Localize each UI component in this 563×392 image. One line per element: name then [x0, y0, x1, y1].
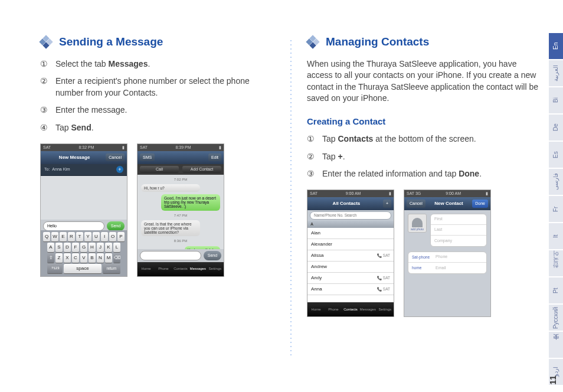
lang-tab-pt[interactable]: Pt — [549, 277, 563, 303]
clock-label: 8:32 PM — [79, 145, 94, 151]
add-recipient-icon[interactable]: + — [116, 166, 123, 173]
lang-tab-de[interactable]: De — [549, 115, 563, 141]
key[interactable]: P — [117, 232, 125, 241]
steps-list: ① Tap Contacts at the bottom of the scre… — [307, 133, 542, 180]
edit-button[interactable]: Edit — [208, 153, 221, 162]
tab-contacts[interactable]: Contacts — [172, 266, 189, 271]
send-button[interactable]: Send — [107, 221, 125, 231]
top-form-row: add photo First Last Company — [408, 214, 487, 247]
step-item: ③ Enter the message. — [40, 104, 275, 116]
key[interactable]: M — [105, 253, 112, 263]
last-name-field[interactable]: Last — [431, 225, 486, 236]
lang-tab-it[interactable]: It — [549, 223, 563, 249]
message-bubble-incoming: Great. Is that the one where you can use… — [141, 220, 200, 236]
key[interactable]: R — [68, 232, 75, 241]
nav-title: New Message — [59, 154, 90, 161]
nav-title: All Contacts — [333, 200, 361, 207]
key[interactable]: X — [64, 253, 71, 263]
key[interactable]: S — [55, 243, 63, 252]
screenshot-row: SAT 8:32 PM ▮ New Message Cancel To: Ann… — [40, 143, 275, 277]
nav-bar: All Contacts + — [307, 197, 394, 210]
shift-key[interactable]: ⇧ — [47, 253, 54, 263]
backspace-key[interactable]: ⌫ — [113, 253, 120, 263]
key[interactable]: U — [93, 232, 100, 241]
step-item: ① Select the tab Messages. — [40, 58, 275, 70]
company-field[interactable]: Company — [431, 236, 486, 246]
key[interactable]: W — [51, 232, 58, 241]
lang-tab-fa[interactable]: فارسی — [549, 169, 563, 195]
key[interactable]: J — [97, 243, 104, 252]
contact-row[interactable]: Andy📞 SAT — [307, 273, 394, 284]
form-body: add photo First Last Company Sat-phone P… — [404, 210, 490, 316]
contact-row[interactable]: Alan — [307, 228, 394, 239]
tab-phone[interactable]: Phone — [155, 266, 172, 271]
status-bar: SAT 9:00 AM ▮ — [307, 190, 394, 197]
key[interactable]: Q — [43, 232, 50, 241]
add-photo-button[interactable]: add photo — [408, 214, 427, 233]
tab-home[interactable]: Home — [138, 266, 155, 271]
contact-row[interactable]: Alexander — [307, 239, 394, 250]
key[interactable]: L — [113, 243, 120, 252]
lang-tab-ko[interactable]: 한국어 — [549, 250, 563, 276]
contact-row[interactable]: Andrew — [307, 262, 394, 273]
call-button[interactable]: Call — [140, 166, 179, 173]
silhouette-icon — [412, 218, 423, 227]
key[interactable]: K — [105, 243, 112, 252]
lang-tab-ru[interactable]: Русский — [549, 305, 563, 331]
first-name-field[interactable]: First — [431, 214, 486, 225]
done-button[interactable]: Done — [472, 200, 488, 208]
key[interactable]: V — [80, 253, 87, 263]
tab-settings[interactable]: Settings — [377, 307, 394, 312]
key[interactable]: B — [89, 253, 96, 263]
key[interactable]: F — [72, 243, 79, 252]
contact-row[interactable]: Anna📞 SAT — [307, 284, 394, 295]
phone-sms-thread: SAT 8:39 PM ▮ SMS Edit Call Add Contact … — [137, 143, 224, 277]
key[interactable]: H — [89, 243, 96, 252]
email-field[interactable]: home Email — [408, 263, 486, 273]
subsection-title: Creating a Contact — [307, 115, 542, 128]
key[interactable]: E — [60, 232, 67, 241]
key[interactable]: N — [97, 253, 104, 263]
lang-tab-fr[interactable]: Fr — [549, 196, 563, 222]
lang-tab-zh[interactable]: 中文 — [549, 332, 563, 358]
key[interactable]: Y — [84, 232, 91, 241]
add-contact-button[interactable]: Add Contact — [182, 166, 221, 173]
key[interactable]: O — [109, 232, 116, 241]
key[interactable]: A — [47, 243, 54, 252]
key[interactable]: D — [64, 243, 71, 252]
key[interactable]: T — [76, 232, 83, 241]
tab-home[interactable]: Home — [307, 307, 325, 312]
message-input[interactable] — [43, 221, 104, 231]
action-row: Call Add Contact — [138, 164, 224, 175]
contact-row[interactable]: Alissa📞 SAT — [307, 250, 394, 262]
lang-tab-bi[interactable]: Bi — [549, 87, 563, 113]
key[interactable]: C — [72, 253, 79, 263]
to-field[interactable]: To: Anna Kim + — [41, 164, 127, 176]
tab-contacts[interactable]: Contacts — [342, 307, 359, 312]
cancel-button[interactable]: Cancel — [106, 153, 125, 162]
tab-settings[interactable]: Settings — [207, 266, 224, 271]
back-button[interactable]: SMS — [140, 153, 155, 162]
clock-label: 9:00 AM — [446, 191, 461, 197]
tab-messages[interactable]: Messages — [359, 307, 377, 312]
key[interactable]: Z — [55, 253, 63, 263]
message-input[interactable] — [140, 251, 201, 260]
key[interactable]: G — [80, 243, 87, 252]
search-input[interactable] — [310, 211, 391, 220]
cancel-button[interactable]: Cancel — [407, 200, 425, 208]
lang-tab-es[interactable]: Es — [549, 142, 563, 168]
keyboard[interactable]: Q W E R T Y U I O P A — [41, 230, 127, 276]
add-contact-button[interactable]: + — [383, 200, 391, 208]
tab-messages[interactable]: Messages — [189, 266, 207, 271]
tab-phone[interactable]: Phone — [325, 307, 342, 312]
send-button[interactable]: Send — [204, 251, 221, 260]
phone-field[interactable]: Sat-phone Phone — [408, 252, 486, 263]
battery-icon: ▮ — [122, 145, 125, 151]
space-key[interactable]: space — [64, 264, 102, 273]
lang-tab-en[interactable]: En — [549, 33, 563, 59]
key[interactable]: I — [101, 232, 108, 241]
lang-tab-ar[interactable]: العربية — [549, 60, 563, 86]
step-item: ② Enter a recipient's phone number or se… — [40, 76, 275, 99]
return-key[interactable]: return — [103, 264, 120, 273]
mode-key[interactable]: .?123 — [47, 264, 63, 273]
